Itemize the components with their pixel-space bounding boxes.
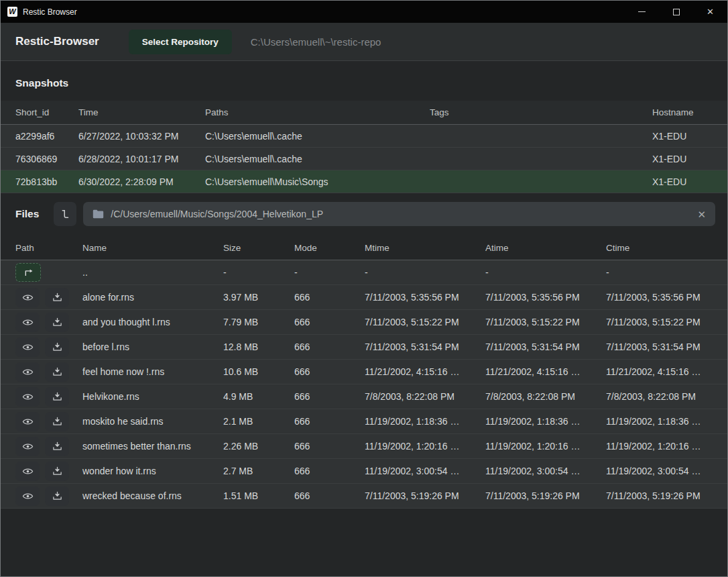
file-ctime: 7/11/2003, 5:19:26 PM xyxy=(606,490,727,501)
file-size: 3.97 MB xyxy=(223,292,294,303)
file-ctime: 11/21/2002, 4:15:16 … xyxy=(606,366,727,377)
file-ctime: 11/19/2002, 1:18:36 … xyxy=(606,416,727,427)
column-header-paths: Paths xyxy=(205,107,430,117)
file-mode: 666 xyxy=(294,441,365,452)
snapshot-row[interactable]: 76306869 6/28/2022, 10:01:17 PM C:\Users… xyxy=(1,148,727,170)
download-file-button[interactable] xyxy=(45,313,69,332)
window-title: Restic Browser xyxy=(23,7,77,17)
app-window: W Restic Browser ✕ Restic-Browser Select… xyxy=(0,0,728,577)
file-size: 2.1 MB xyxy=(223,416,294,427)
file-size: - xyxy=(223,267,294,278)
file-mtime: 7/11/2003, 5:31:54 PM xyxy=(365,342,485,352)
file-mode: 666 xyxy=(294,366,365,377)
file-size: 2.7 MB xyxy=(223,466,294,476)
preview-file-button[interactable] xyxy=(15,313,40,332)
file-atime: 7/11/2003, 5:31:54 PM xyxy=(485,342,606,352)
file-row: sometimes better than.rns 2.26 MB 666 11… xyxy=(1,434,727,459)
folder-icon xyxy=(93,209,104,219)
maximize-icon xyxy=(673,9,680,15)
preview-file-button[interactable] xyxy=(15,437,40,456)
download-file-button[interactable] xyxy=(45,362,69,382)
select-repository-button[interactable]: Select Repository xyxy=(129,30,232,54)
snapshots-heading: Snapshots xyxy=(1,61,727,101)
file-ctime: 7/11/2003, 5:15:22 PM xyxy=(606,317,727,327)
eye-icon xyxy=(22,417,34,426)
file-name: before l.rns xyxy=(82,342,223,352)
file-name: sometimes better than.rns xyxy=(82,441,223,452)
snapshot-paths: C:\Users\emuell\Music\Songs xyxy=(205,176,430,187)
eye-icon xyxy=(22,343,34,352)
file-size: 12.8 MB xyxy=(223,342,294,352)
snapshot-short-id: a2299af6 xyxy=(15,131,78,142)
download-file-button[interactable] xyxy=(45,437,69,456)
file-atime: 7/8/2003, 8:22:08 PM xyxy=(485,391,606,402)
preview-file-button[interactable] xyxy=(15,462,40,481)
window-controls: ✕ xyxy=(625,1,727,23)
app-title: Restic-Browser xyxy=(15,35,99,48)
file-mtime: 7/11/2003, 5:35:56 PM xyxy=(365,292,485,303)
download-file-button[interactable] xyxy=(45,462,69,481)
download-icon xyxy=(52,441,62,451)
snapshots-table-body: a2299af6 6/27/2022, 10:03:32 PM C:\Users… xyxy=(1,125,727,193)
app-header: Restic-Browser Select Repository C:\User… xyxy=(1,23,727,61)
file-mtime: - xyxy=(365,267,485,278)
goto-root-button[interactable] xyxy=(54,202,76,226)
download-icon xyxy=(52,466,62,476)
file-size: 10.6 MB xyxy=(223,366,294,377)
preview-file-button[interactable] xyxy=(15,337,40,357)
files-table-header: Path Name Size Mode Mtime Atime Ctime xyxy=(1,235,727,260)
snapshot-paths: C:\Users\emuell\.cache xyxy=(205,131,430,142)
eye-icon xyxy=(22,318,34,327)
download-icon xyxy=(52,392,62,401)
download-file-button[interactable] xyxy=(45,412,69,431)
wails-app-icon: W xyxy=(7,7,17,17)
file-atime: 11/21/2002, 4:15:16 … xyxy=(485,366,606,377)
download-file-button[interactable] xyxy=(45,486,69,506)
preview-file-button[interactable] xyxy=(15,486,40,506)
download-file-button[interactable] xyxy=(45,387,69,407)
file-mode: 666 xyxy=(294,466,365,476)
current-path-value: /C/Users/emuell/Music/Songs/2004_Helveti… xyxy=(111,209,690,219)
eye-icon xyxy=(22,368,34,376)
preview-file-button[interactable] xyxy=(15,288,40,307)
empty-area xyxy=(1,509,727,576)
file-size: 2.26 MB xyxy=(223,441,294,452)
file-size: 4.9 MB xyxy=(223,391,294,402)
download-file-button[interactable] xyxy=(45,337,69,357)
file-mtime: 11/19/2002, 1:20:16 … xyxy=(365,441,485,452)
current-path-input[interactable]: /C/Users/emuell/Music/Songs/2004_Helveti… xyxy=(83,202,715,226)
snapshot-paths: C:\Users\emuell\.cache xyxy=(205,154,430,164)
file-ctime: 7/11/2003, 5:35:56 PM xyxy=(606,292,727,303)
preview-file-button[interactable] xyxy=(15,412,40,431)
file-atime: 7/11/2003, 5:35:56 PM xyxy=(485,292,606,303)
file-row: and you thought l.rns 7.79 MB 666 7/11/2… xyxy=(1,310,727,335)
close-button[interactable]: ✕ xyxy=(693,1,727,23)
snapshot-row[interactable]: a2299af6 6/27/2022, 10:03:32 PM C:\Users… xyxy=(1,125,727,148)
file-mode: - xyxy=(294,267,365,278)
minimize-button[interactable] xyxy=(625,1,659,23)
snapshot-hostname: X1-EDU xyxy=(652,176,727,187)
eye-icon xyxy=(22,293,34,302)
file-ctime: 11/19/2002, 3:00:54 … xyxy=(606,466,727,476)
preview-file-button[interactable] xyxy=(15,362,40,382)
snapshot-row[interactable]: 72b813bb 6/30/2022, 2:28:09 PM C:\Users\… xyxy=(1,170,727,193)
clear-path-button[interactable]: ✕ xyxy=(697,209,706,219)
file-mode: 666 xyxy=(294,416,365,427)
snapshot-hostname: X1-EDU xyxy=(652,154,727,164)
preview-file-button[interactable] xyxy=(15,387,40,407)
maximize-button[interactable] xyxy=(659,1,693,23)
column-header-size: Size xyxy=(223,243,294,253)
file-mtime: 7/11/2003, 5:19:26 PM xyxy=(365,490,485,501)
column-header-atime: Atime xyxy=(485,243,606,253)
close-icon: ✕ xyxy=(707,7,714,17)
download-file-button[interactable] xyxy=(45,288,69,307)
file-mtime: 11/19/2002, 1:18:36 … xyxy=(365,416,485,427)
up-directory-button[interactable] xyxy=(15,263,41,282)
file-size: 1.51 MB xyxy=(223,490,294,501)
download-icon xyxy=(52,491,62,501)
file-name: Helvikone.rns xyxy=(82,391,223,402)
eye-icon xyxy=(22,467,34,476)
file-atime: 11/19/2002, 3:00:54 … xyxy=(485,466,606,476)
parent-directory-row: .. - - - - - xyxy=(1,260,727,285)
snapshot-time: 6/30/2022, 2:28:09 PM xyxy=(78,176,205,187)
